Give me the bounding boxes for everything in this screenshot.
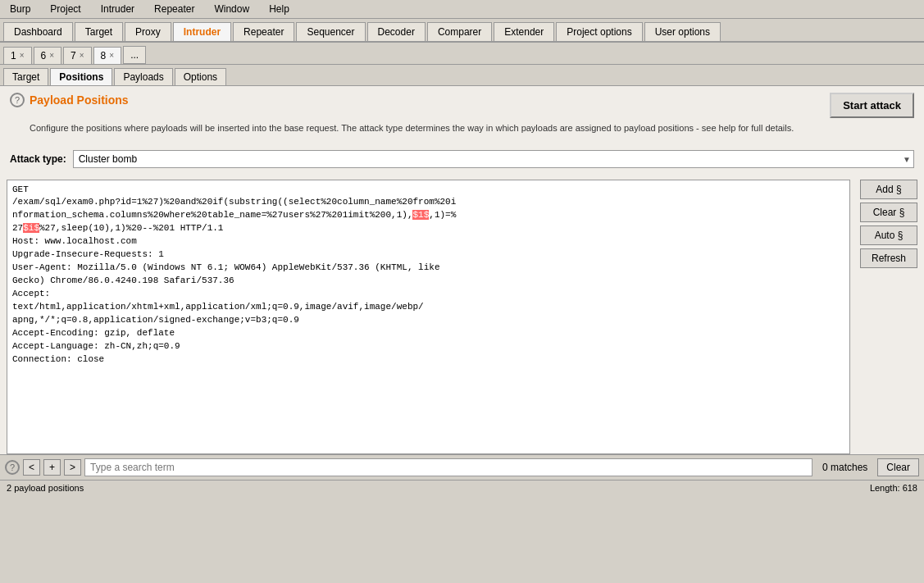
request-text-before: GET /exam/sql/exam0.php?id=1%27)%20and%2… xyxy=(12,184,456,221)
close-tab-6-icon[interactable]: × xyxy=(49,51,54,60)
menu-burp[interactable]: Burp xyxy=(7,2,34,16)
section-title: Payload Positions xyxy=(30,93,129,107)
sub-tab-bar: Target Positions Payloads Options xyxy=(0,65,924,86)
status-bar: 2 payload positions Length: 618 xyxy=(0,480,924,495)
clear-section-button[interactable]: Clear § xyxy=(860,203,917,222)
main-content: ? Payload Positions Start attack Configu… xyxy=(0,86,924,495)
search-input[interactable] xyxy=(84,458,812,476)
menu-help[interactable]: Help xyxy=(266,2,293,16)
close-tab-8-icon[interactable]: × xyxy=(109,51,114,60)
menu-window[interactable]: Window xyxy=(211,2,253,16)
search-add-button[interactable]: + xyxy=(43,459,61,476)
num-tab-1[interactable]: 1 × xyxy=(3,47,32,64)
request-text-area[interactable]: GET /exam/sql/exam0.php?id=1%27)%20and%2… xyxy=(7,180,850,454)
payload-positions-count: 2 payload positions xyxy=(7,483,84,493)
highlight-2: $i$ xyxy=(23,223,39,233)
num-tab-8[interactable]: 8 × xyxy=(93,47,122,64)
search-next-button[interactable]: > xyxy=(64,459,81,476)
tab-user-options[interactable]: User options xyxy=(644,22,721,41)
main-tab-bar: Dashboard Target Proxy Intruder Repeater… xyxy=(0,19,924,43)
menu-repeater[interactable]: Repeater xyxy=(151,2,198,16)
tab-sequencer[interactable]: Sequencer xyxy=(296,22,365,41)
side-buttons-panel: Add § Clear § Auto § Refresh xyxy=(855,180,917,454)
auto-section-button[interactable]: Auto § xyxy=(860,225,917,245)
more-tabs-button[interactable]: ... xyxy=(123,46,146,64)
tab-project-options[interactable]: Project options xyxy=(556,22,642,41)
request-content: GET /exam/sql/exam0.php?id=1%27)%20and%2… xyxy=(12,184,844,367)
tab-comparer[interactable]: Comparer xyxy=(427,22,492,41)
num-tab-bar: 1 × 6 × 7 × 8 × ... xyxy=(0,43,924,65)
sub-tab-target[interactable]: Target xyxy=(3,68,48,85)
menu-intruder[interactable]: Intruder xyxy=(98,2,138,16)
menu-project[interactable]: Project xyxy=(47,2,84,16)
search-bar: ? < + > 0 matches Clear xyxy=(0,454,924,480)
num-tab-7[interactable]: 7 × xyxy=(63,47,92,64)
num-tab-6[interactable]: 6 × xyxy=(34,47,62,64)
start-attack-button[interactable]: Start attack xyxy=(830,93,914,118)
highlight-1: $1$ xyxy=(412,210,429,220)
tab-target[interactable]: Target xyxy=(75,22,123,41)
search-prev-button[interactable]: < xyxy=(23,459,40,476)
sub-tab-payloads[interactable]: Payloads xyxy=(114,68,172,85)
sub-tab-positions[interactable]: Positions xyxy=(50,68,112,85)
tab-extender[interactable]: Extender xyxy=(494,22,554,41)
attack-type-select[interactable]: Sniper Battering ram Pitchfork Cluster b… xyxy=(73,150,914,168)
length-info: Length: 618 xyxy=(870,483,917,493)
menu-bar: Burp Project Intruder Repeater Window He… xyxy=(0,0,924,19)
close-tab-7-icon[interactable]: × xyxy=(80,51,84,60)
tab-decoder[interactable]: Decoder xyxy=(367,22,426,41)
request-text-after: %27,sleep(10),1)%20--%201 HTTP/1.1 Host:… xyxy=(12,223,440,363)
request-section: GET /exam/sql/exam0.php?id=1%27)%20and%2… xyxy=(0,180,924,454)
attack-type-select-wrapper: Sniper Battering ram Pitchfork Cluster b… xyxy=(73,150,914,168)
sub-tab-options[interactable]: Options xyxy=(175,68,226,85)
section-description: Configure the positions where payloads w… xyxy=(30,121,914,135)
match-count: 0 matches xyxy=(816,462,874,473)
tab-intruder[interactable]: Intruder xyxy=(173,22,231,41)
refresh-button[interactable]: Refresh xyxy=(860,248,917,268)
attack-type-label: Attack type: xyxy=(10,153,66,165)
add-section-button[interactable]: Add § xyxy=(860,180,917,199)
clear-search-button[interactable]: Clear xyxy=(877,458,919,476)
search-help-icon[interactable]: ? xyxy=(5,460,20,475)
help-icon[interactable]: ? xyxy=(10,93,25,107)
tab-proxy[interactable]: Proxy xyxy=(125,22,171,41)
tab-dashboard[interactable]: Dashboard xyxy=(3,22,73,41)
tab-repeater[interactable]: Repeater xyxy=(233,22,294,41)
close-tab-1-icon[interactable]: × xyxy=(20,51,25,60)
